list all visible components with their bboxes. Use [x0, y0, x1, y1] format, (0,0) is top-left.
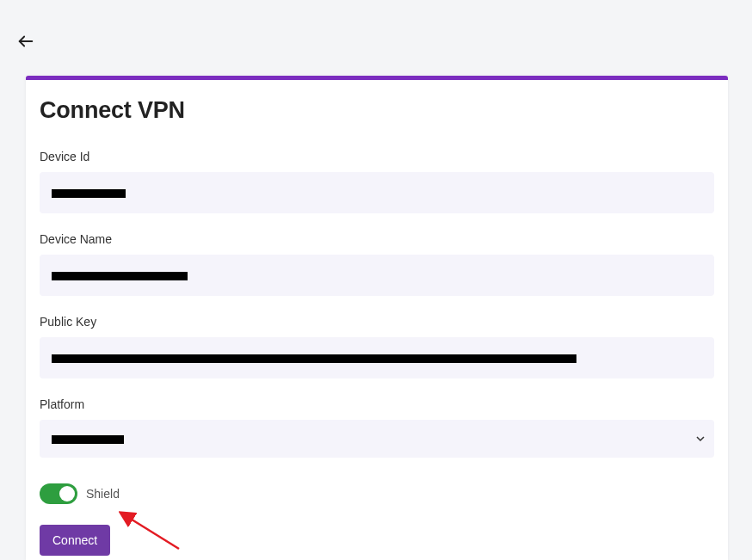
device-name-value: [52, 272, 188, 280]
platform-value: [52, 435, 124, 444]
platform-select[interactable]: [40, 420, 714, 458]
device-name-label: Device Name: [40, 232, 714, 246]
field-platform: Platform: [40, 397, 714, 458]
device-id-label: Device Id: [40, 150, 714, 163]
device-id-value: [52, 189, 126, 198]
arrow-left-icon: [16, 32, 35, 51]
device-id-input[interactable]: [40, 172, 714, 213]
field-device-id: Device Id: [40, 150, 714, 213]
back-button[interactable]: [15, 31, 36, 52]
shield-toggle-row: Shield: [40, 483, 714, 504]
field-device-name: Device Name: [40, 232, 714, 296]
platform-label: Platform: [40, 397, 714, 411]
shield-toggle[interactable]: [40, 483, 77, 504]
public-key-label: Public Key: [40, 315, 714, 329]
connect-button[interactable]: Connect: [40, 525, 110, 556]
shield-toggle-label: Shield: [86, 487, 120, 501]
public-key-input[interactable]: [40, 337, 714, 378]
connect-vpn-card: Connect VPN Device Id Device Name Public…: [26, 76, 728, 560]
field-public-key: Public Key: [40, 315, 714, 378]
page-title: Connect VPN: [40, 97, 714, 124]
device-name-input[interactable]: [40, 255, 714, 296]
public-key-value: [52, 354, 576, 363]
